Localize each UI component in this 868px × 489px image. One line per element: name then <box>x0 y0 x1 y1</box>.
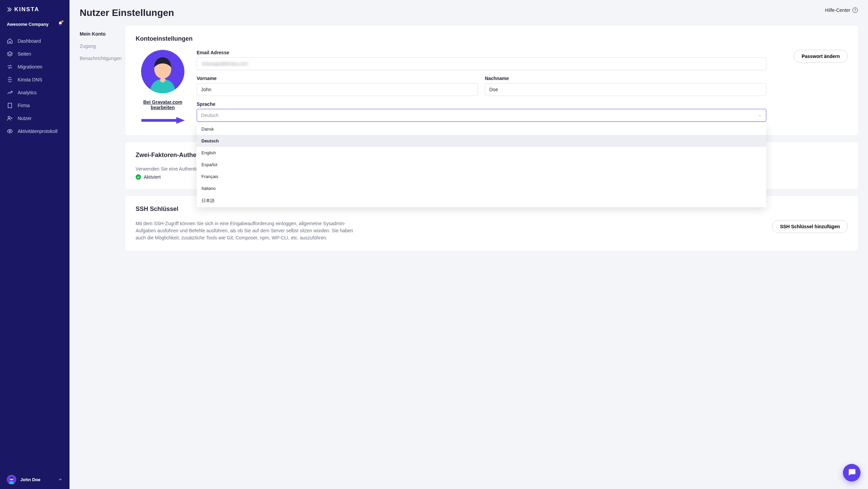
language-select[interactable]: Deutsch <box>197 109 766 122</box>
language-option[interactable]: Español <box>197 159 766 171</box>
language-option[interactable]: English <box>197 147 766 159</box>
sidebar-item-label: Dashboard <box>18 38 41 44</box>
avatar-column: Bei Gravatar.com bearbeiten <box>136 50 190 126</box>
firstname-field-group: Vorname <box>197 76 478 96</box>
sidebar-item-aktivitätenprotokoll[interactable]: Aktivitätenprotokoll <box>0 125 70 138</box>
sidebar-item-label: Migrationen <box>18 64 42 70</box>
sidebar-header: KINSTA <box>0 0 70 16</box>
building-icon <box>7 102 13 109</box>
layers-icon <box>7 51 13 57</box>
account-grid: Bei Gravatar.com bearbeiten Email Adress… <box>136 50 848 126</box>
add-ssh-key-button[interactable]: SSH Schlüssel hinzufügen <box>772 220 848 233</box>
content: Mein KontoZugangBenachrichtigungen Konto… <box>70 18 868 261</box>
svg-point-16 <box>160 78 165 82</box>
sidebar-item-label: Kinsta DNS <box>18 77 42 82</box>
lastname-label: Nachname <box>485 76 766 81</box>
twofa-description: Verwenden Sie eine Authentic <box>136 166 199 172</box>
svg-marker-0 <box>7 52 13 55</box>
language-option[interactable]: 日本語 <box>197 194 766 207</box>
help-center-link[interactable]: Hilfe-Center ? <box>825 7 858 13</box>
sidebar-item-label: Nutzer <box>18 116 32 121</box>
sidebar-item-label: Seiten <box>18 51 31 57</box>
sidebar-item-firma[interactable]: Firma <box>0 99 70 112</box>
svg-marker-18 <box>176 117 185 124</box>
logo-text: KINSTA <box>14 6 39 13</box>
sidebar-item-label: Firma <box>18 103 30 108</box>
page-title: Nutzer Einstellungen <box>80 7 174 18</box>
sidebar: KINSTA Awesome Company DashboardSeitenMi… <box>0 0 70 489</box>
sidebar-item-kinsta-dns[interactable]: Kinsta DNS <box>0 73 70 86</box>
chat-fab[interactable] <box>843 464 861 482</box>
language-select-value: Deutsch <box>201 113 218 118</box>
lastname-field-group: Nachname <box>485 76 766 96</box>
check-icon <box>136 174 141 180</box>
company-row: Awesome Company <box>0 21 70 31</box>
sidebar-nav: DashboardSeitenMigrationenKinsta DNSAnal… <box>0 31 70 141</box>
account-settings-card: Kontoeinstellungen Bei Gravatar.com bear… <box>125 26 858 135</box>
help-icon: ? <box>852 7 858 13</box>
sidebar-user-menu[interactable]: John Doe <box>0 470 70 489</box>
language-label: Sprache <box>197 101 766 107</box>
eye-icon <box>7 128 13 134</box>
logo[interactable]: KINSTA <box>7 6 63 13</box>
main: Nutzer Einstellungen Hilfe-Center ? Mein… <box>70 0 868 489</box>
language-option[interactable]: Deutsch <box>197 135 766 147</box>
lastname-field[interactable] <box>485 83 766 96</box>
chat-icon <box>847 468 856 478</box>
ssh-description: Mit dem SSH-Zugriff können Sie sich in e… <box>136 220 359 241</box>
company-name: Awesome Company <box>7 22 48 27</box>
svg-rect-1 <box>8 103 12 108</box>
language-field-group: Sprache Deutsch DanskDeutschEnglishEspañ… <box>197 101 766 122</box>
email-label: Email Adresse <box>197 50 766 55</box>
help-center-label: Hilfe-Center <box>825 7 850 13</box>
change-password-button[interactable]: Passwort ändern <box>794 50 848 63</box>
email-field[interactable] <box>197 57 766 70</box>
email-field-group: Email Adresse <box>197 50 766 70</box>
language-dropdown: DanskDeutschEnglishEspañolFrançaisItalia… <box>197 123 766 207</box>
gravatar-link[interactable]: Bei Gravatar.com bearbeiten <box>136 99 190 110</box>
firstname-label: Vorname <box>197 76 478 81</box>
notification-dot <box>61 20 63 22</box>
password-btn-column: Passwort ändern <box>773 50 848 63</box>
account-card-title: Kontoeinstellungen <box>136 35 848 42</box>
migrate-icon <box>7 64 13 70</box>
sidebar-item-label: Aktivitätenprotokoll <box>18 129 58 134</box>
language-option[interactable]: Italiano <box>197 182 766 194</box>
sidebar-user-name: John Doe <box>20 477 54 482</box>
users-icon <box>7 115 13 121</box>
sidebar-item-nutzer[interactable]: Nutzer <box>0 112 70 125</box>
analytics-icon <box>7 90 13 96</box>
sidebar-item-label: Analytics <box>18 90 37 95</box>
form-column: Email Adresse Vorname Nachname <box>197 50 766 122</box>
chevron-up-icon <box>58 477 63 482</box>
chevron-down-icon <box>758 113 762 117</box>
subnav-item-benachrichtigungen[interactable]: Benachrichtigungen <box>80 52 125 64</box>
sidebar-item-analytics[interactable]: Analytics <box>0 86 70 99</box>
subnav: Mein KontoZugangBenachrichtigungen <box>80 26 125 251</box>
avatar <box>141 50 184 93</box>
dns-icon <box>7 77 13 83</box>
header: Nutzer Einstellungen Hilfe-Center ? <box>70 0 868 18</box>
sidebar-item-seiten[interactable]: Seiten <box>0 47 70 60</box>
ssh-row: Mit dem SSH-Zugriff können Sie sich in e… <box>136 220 848 241</box>
subnav-item-mein-konto[interactable]: Mein Konto <box>80 28 125 40</box>
firstname-field[interactable] <box>197 83 478 96</box>
language-option[interactable]: Dansk <box>197 123 766 135</box>
sidebar-item-migrationen[interactable]: Migrationen <box>0 60 70 73</box>
svg-point-11 <box>9 131 11 132</box>
avatar-mini <box>7 475 16 484</box>
annotation-arrow-icon <box>141 116 185 126</box>
language-option[interactable]: Français <box>197 171 766 182</box>
subnav-item-zugang[interactable]: Zugang <box>80 40 125 52</box>
notifications-button[interactable] <box>58 21 63 27</box>
panel-area: Kontoeinstellungen Bei Gravatar.com bear… <box>125 26 858 251</box>
svg-point-8 <box>8 116 10 118</box>
twofa-status: Aktiviert <box>144 174 161 180</box>
logo-icon <box>7 7 12 12</box>
home-icon <box>7 38 13 44</box>
sidebar-item-dashboard[interactable]: Dashboard <box>0 35 70 47</box>
name-fields-row: Vorname Nachname <box>197 76 766 96</box>
